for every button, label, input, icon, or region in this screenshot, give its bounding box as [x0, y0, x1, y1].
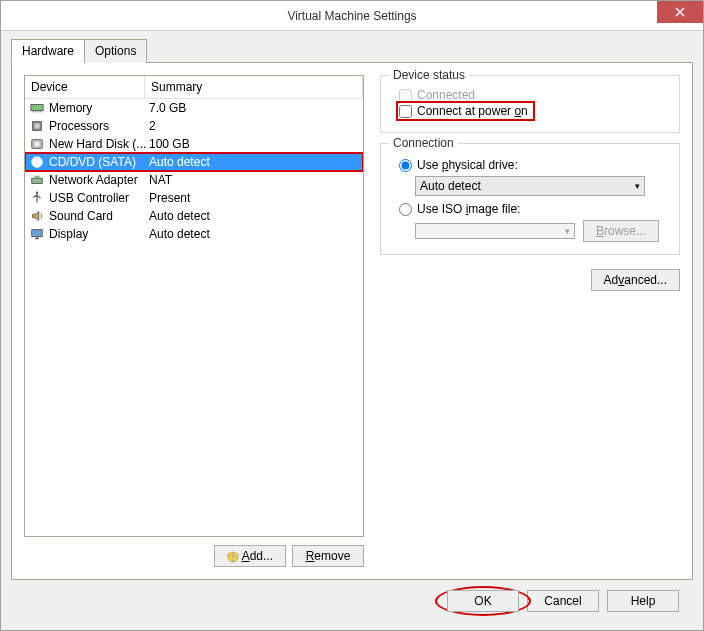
svg-rect-12 [34, 176, 39, 179]
use-iso-radio[interactable]: Use ISO image file: [399, 202, 669, 216]
svg-rect-11 [32, 178, 43, 183]
tab-page-hardware: Device Summary Memory7.0 GBProcessors2Ne… [11, 62, 693, 580]
device-summary: 7.0 GB [149, 101, 359, 115]
connected-input [399, 89, 412, 102]
header-summary: Summary [145, 76, 363, 99]
device-buttons: Add... Remove [24, 545, 364, 567]
remove-button[interactable]: Remove [292, 545, 364, 567]
advanced-row: Advanced... [380, 269, 680, 291]
device-row-display[interactable]: DisplayAuto detect [25, 225, 363, 243]
list-header: Device Summary [25, 76, 363, 99]
device-row-net[interactable]: Network AdapterNAT [25, 171, 363, 189]
close-button[interactable] [657, 1, 703, 23]
device-row-hdd[interactable]: New Hard Disk (...100 GB [25, 135, 363, 153]
ok-button[interactable]: OK [447, 590, 519, 612]
connection-title: Connection [389, 136, 458, 150]
ok-wrap: OK [447, 590, 519, 612]
device-summary: 100 GB [149, 137, 359, 151]
device-row-memory[interactable]: Memory7.0 GB [25, 99, 363, 117]
add-button[interactable]: Add... [214, 545, 286, 567]
device-name: USB Controller [49, 191, 149, 205]
svg-rect-1 [33, 111, 34, 113]
cancel-button[interactable]: Cancel [527, 590, 599, 612]
device-row-sound[interactable]: Sound CardAuto detect [25, 207, 363, 225]
chevron-down-icon: ▾ [635, 181, 640, 191]
window-title: Virtual Machine Settings [1, 9, 703, 23]
left-pane: Device Summary Memory7.0 GBProcessors2Ne… [24, 75, 364, 567]
connect-power-on-input[interactable] [399, 105, 412, 118]
device-status-group: Device status Connected Connect at power… [380, 75, 680, 133]
svg-rect-0 [31, 105, 43, 111]
device-row-usb[interactable]: USB ControllerPresent [25, 189, 363, 207]
iso-path-select: ▾ [415, 223, 575, 239]
usb-icon [29, 190, 45, 206]
connected-checkbox: Connected [399, 88, 669, 102]
device-summary: 2 [149, 119, 359, 133]
svg-rect-3 [38, 111, 39, 113]
use-physical-input[interactable] [399, 159, 412, 172]
svg-rect-14 [32, 230, 43, 237]
memory-icon [29, 100, 45, 116]
bottom-bar: OK Cancel Help [11, 580, 693, 622]
tab-hardware[interactable]: Hardware [11, 39, 85, 63]
device-row-cd[interactable]: CD/DVD (SATA)Auto detect [25, 153, 363, 171]
device-list[interactable]: Device Summary Memory7.0 GBProcessors2Ne… [24, 75, 364, 537]
sound-icon [29, 208, 45, 224]
device-summary: Auto detect [149, 227, 359, 241]
advanced-button[interactable]: Advanced... [591, 269, 680, 291]
svg-point-8 [34, 141, 39, 146]
settings-window: Virtual Machine Settings Hardware Option… [0, 0, 704, 631]
svg-rect-15 [35, 238, 39, 240]
device-summary: Auto detect [149, 155, 359, 169]
device-name: Network Adapter [49, 173, 149, 187]
device-name: CD/DVD (SATA) [49, 155, 149, 169]
right-pane: Device status Connected Connect at power… [380, 75, 680, 567]
device-summary: Auto detect [149, 209, 359, 223]
svg-rect-4 [41, 111, 42, 113]
content-area: Hardware Options Device Summary Memory7.… [1, 31, 703, 630]
device-summary: Present [149, 191, 359, 205]
help-button[interactable]: Help [607, 590, 679, 612]
net-icon [29, 172, 45, 188]
device-status-title: Device status [389, 68, 469, 82]
connect-at-power-on-checkbox[interactable]: Connect at power on [399, 104, 532, 118]
tab-options[interactable]: Options [84, 39, 147, 63]
use-physical-radio[interactable]: Use physical drive: [399, 158, 669, 172]
use-iso-input[interactable] [399, 203, 412, 216]
cpu-icon [29, 118, 45, 134]
device-name: Sound Card [49, 209, 149, 223]
tab-strip: Hardware Options [11, 39, 693, 63]
device-row-cpu[interactable]: Processors2 [25, 117, 363, 135]
svg-point-13 [36, 192, 38, 194]
display-icon [29, 226, 45, 242]
device-name: New Hard Disk (... [49, 137, 149, 151]
physical-drive-select[interactable]: Auto detect ▾ [415, 176, 645, 196]
iso-row: ▾ Browse... [415, 220, 669, 242]
device-name: Memory [49, 101, 149, 115]
close-icon [675, 7, 685, 17]
svg-rect-2 [35, 111, 36, 113]
hdd-icon [29, 136, 45, 152]
device-summary: NAT [149, 173, 359, 187]
chevron-down-icon: ▾ [565, 226, 570, 236]
connection-group: Connection Use physical drive: Auto dete… [380, 143, 680, 255]
svg-point-10 [36, 161, 39, 164]
header-device: Device [25, 76, 145, 99]
browse-button: Browse... [583, 220, 659, 242]
device-name: Processors [49, 119, 149, 133]
shield-icon [227, 551, 239, 563]
device-name: Display [49, 227, 149, 241]
svg-rect-6 [34, 123, 39, 128]
cd-icon [29, 154, 45, 170]
titlebar: Virtual Machine Settings [1, 1, 703, 31]
